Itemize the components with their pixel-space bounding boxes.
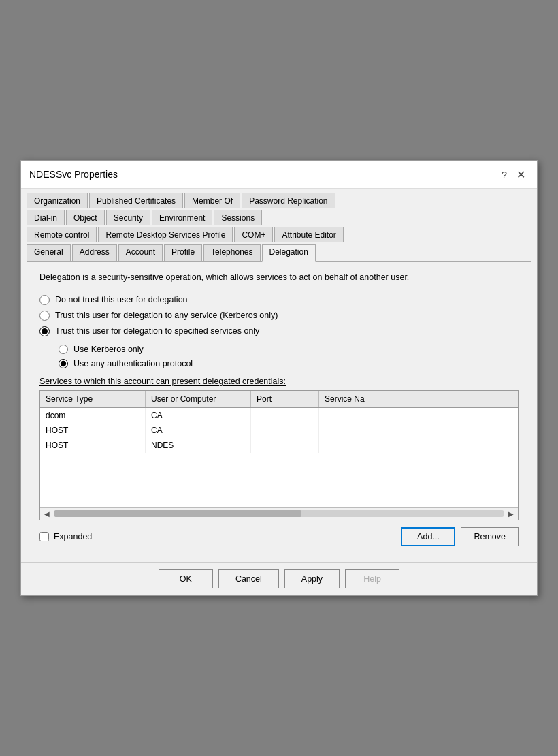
tab-row-1: Organization Published Certificates Memb… <box>27 193 531 208</box>
radio-any-auth[interactable]: Use any authentication protocol <box>59 359 519 368</box>
close-button[interactable]: ✕ <box>512 166 529 183</box>
tab-sessions[interactable]: Sessions <box>214 210 262 225</box>
tab-attribute-editor[interactable]: Attribute Editor <box>274 227 343 242</box>
tab-address[interactable]: Address <box>72 244 117 261</box>
col-user-computer: User or Computer <box>146 391 251 407</box>
radio-kerberos-only[interactable]: Use Kerberos only <box>59 345 519 354</box>
row3-port <box>251 438 319 453</box>
help-button: Help <box>345 569 399 588</box>
scroll-right-arrow[interactable]: ▶ <box>506 508 516 519</box>
dialog-footer: OK Cancel Apply Help <box>21 562 537 595</box>
col-service-name: Service Na <box>319 391 518 407</box>
expanded-checkbox[interactable]: Expanded <box>39 532 92 541</box>
ok-button[interactable]: OK <box>159 569 213 588</box>
table-row[interactable]: HOST CA <box>40 423 518 438</box>
title-bar: NDESSvc Properties ? ✕ <box>21 161 537 189</box>
radio-trust-specified[interactable]: Trust this user for delegation to specif… <box>39 326 519 336</box>
radio-trust-any-label: Trust this user for delegation to any se… <box>55 311 278 320</box>
table-row[interactable]: HOST NDES <box>40 438 518 453</box>
tab-object[interactable]: Object <box>66 210 105 225</box>
tab-published-certificates[interactable]: Published Certificates <box>89 193 183 208</box>
remove-button[interactable]: Remove <box>461 527 519 546</box>
radio-kerberos-only-input[interactable] <box>59 345 68 354</box>
help-icon-title[interactable]: ? <box>502 169 507 180</box>
dialog-window: NDESSvc Properties ? ✕ Organization Publ… <box>20 160 538 596</box>
delegation-options: Do not trust this user for delegation Tr… <box>39 295 519 336</box>
row2-service-name <box>319 423 518 438</box>
radio-trust-any[interactable]: Trust this user for delegation to any se… <box>39 311 519 321</box>
tab-telephones[interactable]: Telephones <box>203 244 260 261</box>
tab-profile[interactable]: Profile <box>164 244 202 261</box>
services-table: Service Type User or Computer Port Servi… <box>39 390 519 520</box>
row1-user-computer: CA <box>146 408 251 423</box>
tab-row-3: Remote control Remote Desktop Services P… <box>27 227 531 242</box>
tab-remote-control[interactable]: Remote control <box>27 227 97 242</box>
row1-service-name <box>319 408 518 423</box>
cancel-button[interactable]: Cancel <box>218 569 279 588</box>
apply-button[interactable]: Apply <box>284 569 340 588</box>
tab-organization[interactable]: Organization <box>27 193 88 208</box>
tab-password-replication[interactable]: Password Replication <box>242 193 335 208</box>
table-body: dcom CA HOST CA HOST NDES <box>40 408 518 507</box>
tab-security[interactable]: Security <box>106 210 150 225</box>
scroll-thumb <box>54 510 301 517</box>
col-port: Port <box>251 391 319 407</box>
tabs-area: Organization Published Certificates Memb… <box>21 189 537 261</box>
title-bar-left: NDESSvc Properties <box>29 169 118 180</box>
row1-service-type: dcom <box>40 408 146 423</box>
tab-delegation[interactable]: Delegation <box>262 244 316 262</box>
add-button[interactable]: Add... <box>401 527 455 546</box>
services-label: Services to which this account can prese… <box>39 377 519 386</box>
tab-content: Delegation is a security-sensitive opera… <box>27 261 531 556</box>
expanded-checkbox-input[interactable] <box>39 532 49 541</box>
tab-com-plus[interactable]: COM+ <box>234 227 273 242</box>
row3-service-type: HOST <box>40 438 146 453</box>
row3-service-name <box>319 438 518 453</box>
scroll-track[interactable] <box>54 510 504 517</box>
tab-dial-in[interactable]: Dial-in <box>27 210 65 225</box>
table-row[interactable]: dcom CA <box>40 408 518 423</box>
radio-any-auth-label: Use any authentication protocol <box>73 359 193 368</box>
tab-account[interactable]: Account <box>118 244 163 261</box>
expanded-label: Expanded <box>54 532 92 541</box>
title-bar-right: ? ✕ <box>502 166 529 183</box>
radio-no-trust-label: Do not trust this user for delegation <box>55 295 188 304</box>
radio-trust-any-input[interactable] <box>39 311 50 321</box>
row2-service-type: HOST <box>40 423 146 438</box>
tab-remote-desktop[interactable]: Remote Desktop Services Profile <box>98 227 233 242</box>
tab-environment[interactable]: Environment <box>152 210 212 225</box>
action-buttons: Add... Remove <box>401 527 519 546</box>
bottom-controls: Expanded Add... Remove <box>39 527 519 546</box>
tab-row-2: Dial-in Object Security Environment Sess… <box>27 210 531 225</box>
tab-member-of[interactable]: Member Of <box>184 193 240 208</box>
row1-port <box>251 408 319 423</box>
row2-user-computer: CA <box>146 423 251 438</box>
delegation-description: Delegation is a security-sensitive opera… <box>39 271 519 284</box>
radio-any-auth-input[interactable] <box>59 359 68 368</box>
radio-no-trust[interactable]: Do not trust this user for delegation <box>39 295 519 305</box>
radio-trust-specified-input[interactable] <box>39 326 50 336</box>
radio-trust-specified-label: Trust this user for delegation to specif… <box>55 326 259 336</box>
table-empty-area <box>40 453 518 507</box>
radio-no-trust-input[interactable] <box>39 295 50 305</box>
col-service-type: Service Type <box>40 391 146 407</box>
scroll-left-arrow[interactable]: ◀ <box>42 508 52 519</box>
dialog-title: NDESSvc Properties <box>29 169 118 180</box>
row2-port <box>251 423 319 438</box>
radio-kerberos-only-label: Use Kerberos only <box>73 345 144 354</box>
table-header: Service Type User or Computer Port Servi… <box>40 391 518 408</box>
tab-general[interactable]: General <box>27 244 71 261</box>
sub-options: Use Kerberos only Use any authentication… <box>59 345 519 368</box>
row3-user-computer: NDES <box>146 438 251 453</box>
horizontal-scrollbar[interactable]: ◀ ▶ <box>40 507 518 520</box>
tab-row-4: General Address Account Profile Telephon… <box>27 244 531 261</box>
